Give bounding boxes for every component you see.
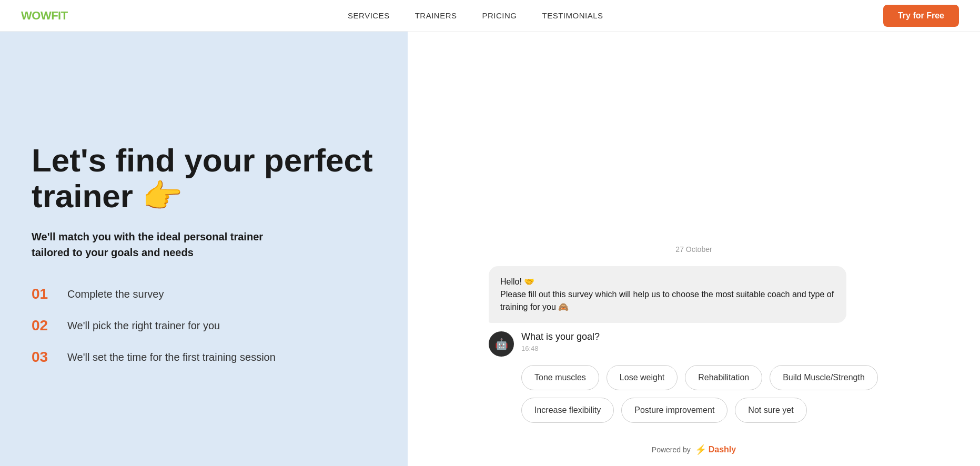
nav-link-pricing[interactable]: PRICING: [482, 11, 517, 20]
left-panel: Let's find your perfect trainer 👉 We'll …: [0, 32, 408, 466]
logo-main: WOW: [21, 9, 51, 22]
step-1-number: 01: [32, 286, 57, 302]
greeting-bubble: Hello! 🤝 Please fill out this survey whi…: [489, 266, 846, 323]
bot-time: 16:48: [521, 345, 600, 352]
chat-date: 27 October: [489, 245, 899, 254]
bot-avatar: 🤖: [489, 331, 514, 357]
step-1-text: Complete the survey: [67, 288, 164, 300]
powered-by: Powered by ⚡ Dashly: [489, 444, 899, 455]
option-tone-muscles[interactable]: Tone muscles: [521, 365, 599, 390]
bot-avatar-icon: 🤖: [495, 338, 508, 350]
option-posture-improvement[interactable]: Posture improvement: [621, 398, 728, 423]
option-lose-weight[interactable]: Lose weight: [607, 365, 678, 390]
bot-question-row: 🤖 What is your goal? 16:48: [489, 331, 899, 357]
greeting-text: Hello! 🤝: [500, 277, 534, 286]
step-3-text: We'll set the time for the first trainin…: [67, 351, 276, 363]
bot-question-wrap: What is your goal? 16:48: [521, 331, 600, 352]
step-2-text: We'll pick the right trainer for you: [67, 320, 220, 332]
option-increase-flexibility[interactable]: Increase flexibility: [521, 398, 614, 423]
option-not-sure-yet[interactable]: Not sure yet: [735, 398, 806, 423]
try-for-free-button[interactable]: Try for Free: [883, 5, 959, 27]
option-rehabilitation[interactable]: Rehabilitation: [685, 365, 762, 390]
greeting-body: Please fill out this survey which will h…: [500, 290, 834, 311]
right-panel: 27 October Hello! 🤝 Please fill out this…: [408, 32, 980, 466]
nav-link-services[interactable]: SERVICES: [348, 11, 390, 20]
step-2: 02 We'll pick the right trainer for you: [32, 317, 376, 334]
hero-subtitle: We'll match you with the ideal personal …: [32, 229, 284, 260]
options-row: Tone muscles Lose weight Rehabilitation …: [489, 365, 899, 423]
option-build-muscle[interactable]: Build Muscle/Strength: [770, 365, 878, 390]
step-2-number: 02: [32, 317, 57, 334]
step-3: 03 We'll set the time for the first trai…: [32, 349, 376, 366]
step-3-number: 03: [32, 349, 57, 366]
chat-container: 27 October Hello! 🤝 Please fill out this…: [489, 235, 899, 455]
main-layout: Let's find your perfect trainer 👉 We'll …: [0, 32, 980, 466]
logo: WOWFIT: [21, 9, 68, 23]
nav-link-trainers[interactable]: TRAINERS: [415, 11, 457, 20]
navbar: WOWFIT SERVICES TRAINERS PRICING TESTIMO…: [0, 0, 980, 32]
bot-question-text: What is your goal?: [521, 331, 600, 342]
step-1: 01 Complete the survey: [32, 286, 376, 302]
dashly-logo: ⚡ Dashly: [695, 444, 736, 455]
powered-by-label: Powered by: [652, 445, 691, 454]
hero-title: Let's find your perfect trainer 👉: [32, 143, 376, 214]
logo-accent: FIT: [51, 9, 68, 22]
steps-list: 01 Complete the survey 02 We'll pick the…: [32, 286, 376, 366]
nav-links: SERVICES TRAINERS PRICING TESTIMONIALS: [348, 11, 603, 20]
nav-link-testimonials[interactable]: TESTIMONIALS: [542, 11, 603, 20]
dashly-icon: ⚡: [695, 444, 706, 455]
dashly-brand: Dashly: [709, 445, 736, 454]
